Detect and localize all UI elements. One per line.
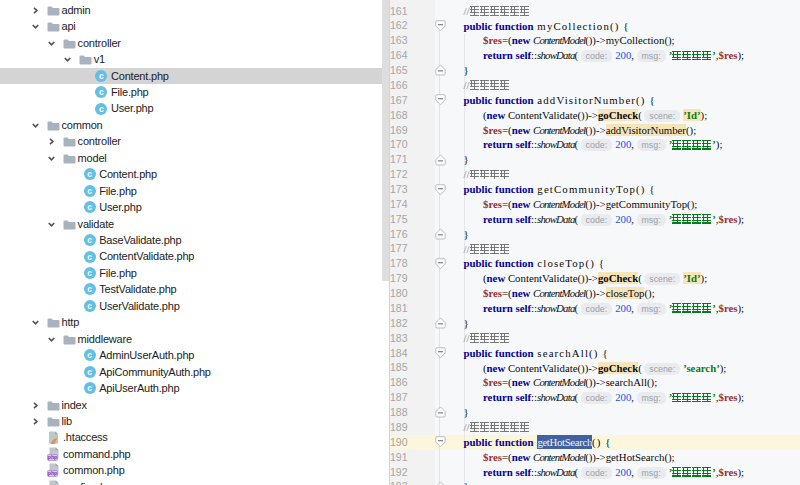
svg-text:php: php	[48, 454, 58, 460]
svg-text:php: php	[48, 471, 58, 477]
